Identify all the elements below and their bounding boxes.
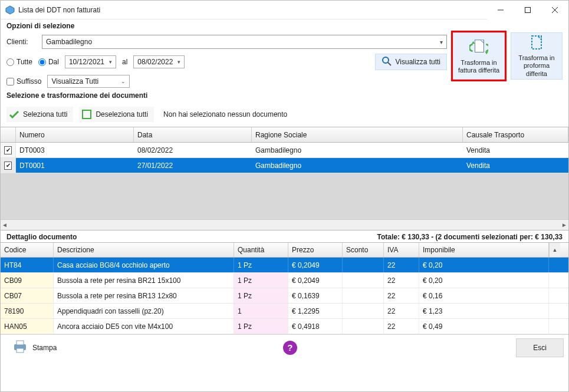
cell-quantita: 1 Pz — [234, 319, 288, 334]
cell-quantita: 1 Pz — [234, 273, 288, 288]
cell-codice: 78190 — [1, 304, 54, 318]
table-row[interactable]: ✔DT000308/02/2022GambadilegnoVendita — [1, 143, 568, 158]
col-descrizione[interactable]: Descrizione — [54, 243, 234, 257]
svg-rect-13 — [17, 341, 24, 345]
chevron-down-icon: ▾ — [177, 59, 180, 65]
cell-prezzo: € 0,4918 — [288, 319, 343, 334]
table-row[interactable]: HT84Casa acciaio BG8/4 occhiolo aperto1 … — [1, 258, 568, 273]
cell-imponibile: € 1,23 — [419, 304, 549, 318]
svg-rect-10 — [532, 36, 541, 49]
cell-numero: DT0003 — [16, 146, 134, 154]
cell-imponibile: € 0,49 — [419, 319, 549, 334]
svg-marker-9 — [485, 51, 488, 54]
check-all-icon — [9, 109, 19, 120]
maximize-button[interactable] — [514, 1, 541, 19]
cell-codice: CB07 — [1, 288, 54, 303]
cell-causale: Vendita — [463, 146, 568, 154]
cell-descrizione: Ancora acciaio DE5 con vite M4x100 — [54, 319, 234, 334]
cell-sconto — [343, 319, 384, 334]
cell-codice: CB09 — [1, 273, 54, 288]
date-from-input[interactable]: 10/12/2021▾ — [65, 55, 116, 68]
app-icon — [5, 5, 15, 15]
row-checkbox[interactable]: ✔ — [1, 158, 16, 173]
clienti-label: Clienti: — [6, 38, 36, 46]
cell-prezzo: € 0,2049 — [288, 258, 343, 272]
horizontal-scrollbar[interactable]: ◄► — [1, 219, 568, 230]
svg-rect-14 — [17, 348, 24, 353]
col-numero[interactable]: Numero — [16, 127, 134, 142]
titlebar: Lista dei DDT non fatturati — [1, 1, 568, 19]
detail-header: Dettaglio documento — [6, 233, 77, 241]
window-title: Lista dei DDT non fatturati — [18, 6, 487, 14]
selection-header: Selezione e trasformazione dei documenti — [6, 91, 563, 100]
close-button[interactable] — [541, 1, 568, 19]
table-row[interactable]: ✔DT000127/01/2022GambadilegnoVendita — [1, 158, 568, 173]
visualizza-tutti-button[interactable]: Visualizza tutti — [375, 54, 447, 70]
selection-status: Non hai selezionato nessun documento — [163, 110, 287, 118]
minimize-button[interactable] — [487, 1, 514, 19]
table-row[interactable]: HAN05Ancora acciaio DE5 con vite M4x1001… — [1, 319, 568, 334]
svg-rect-2 — [525, 7, 531, 12]
cell-descrizione: Bussola a rete per resina BR13 12x80 — [54, 288, 234, 303]
scroll-up-icon[interactable]: ▲ — [549, 243, 560, 257]
trasforma-proforma-button[interactable]: Trasforma in proforma differita — [511, 32, 563, 80]
trasforma-fattura-button[interactable]: Trasforma in fattura differita — [453, 32, 505, 80]
dal-radio[interactable]: Dal — [38, 58, 59, 66]
cell-quantita: 1 — [234, 304, 288, 318]
cell-prezzo: € 1,2295 — [288, 304, 343, 318]
cell-descrizione: Appendiquadri con tasselli (pz.20) — [54, 304, 234, 318]
select-all-button[interactable]: Seleziona tutti — [6, 107, 73, 122]
cell-codice: HT84 — [1, 258, 54, 272]
cell-sconto — [343, 273, 384, 288]
cell-iva: 22 — [384, 273, 419, 288]
esci-button[interactable]: Esci — [516, 338, 564, 357]
cell-descrizione: Bussola a rete per resina BR21 15x100 — [54, 273, 234, 288]
cell-iva: 22 — [384, 288, 419, 303]
cell-causale: Vendita — [463, 162, 568, 170]
row-checkbox[interactable]: ✔ — [1, 143, 16, 157]
suffisso-checkbox[interactable]: Suffisso — [6, 77, 41, 85]
svg-point-5 — [383, 57, 389, 63]
options-header: Opzioni di selezione — [6, 22, 563, 30]
cell-quantita: 1 Pz — [234, 258, 288, 272]
col-prezzo[interactable]: Prezzo — [288, 243, 343, 257]
date-to-input[interactable]: 08/02/2022▾ — [133, 55, 185, 68]
col-imponibile[interactable]: Imponibile — [419, 243, 549, 257]
clienti-combo[interactable]: Gambadilegno ▾ — [42, 35, 447, 49]
cell-data: 08/02/2022 — [134, 146, 252, 154]
col-ragione[interactable]: Ragione Sociale — [252, 127, 463, 142]
col-codice[interactable]: Codice — [1, 243, 54, 257]
col-iva[interactable]: IVA — [384, 243, 419, 257]
cell-data: 27/01/2022 — [134, 162, 252, 170]
cell-prezzo: € 0,1639 — [288, 288, 343, 303]
table-row[interactable]: 78190Appendiquadri con tasselli (pz.20)1… — [1, 304, 568, 319]
cell-imponibile: € 0,20 — [419, 258, 549, 272]
col-quantita[interactable]: Quantità — [234, 243, 288, 257]
cell-ragione: Gambadilegno — [252, 146, 463, 154]
col-sconto[interactable]: Sconto — [343, 243, 384, 257]
detail-total: Totale: € 130,33 - (2 documenti selezion… — [377, 233, 563, 241]
documents-grid-header: Numero Data Ragione Sociale Causale Tras… — [1, 127, 568, 143]
clienti-value: Gambadilegno — [46, 38, 92, 46]
svg-marker-8 — [472, 41, 475, 44]
help-button[interactable]: ? — [283, 341, 297, 355]
svg-line-6 — [388, 62, 391, 65]
suffisso-combo[interactable]: Visualizza Tutti⌄ — [47, 75, 130, 88]
chevron-down-icon: ▾ — [440, 39, 443, 45]
table-row[interactable]: CB07Bussola a rete per resina BR13 12x80… — [1, 288, 568, 304]
stampa-button[interactable]: Stampa — [5, 338, 64, 357]
cell-quantita: 1 Pz — [234, 288, 288, 303]
transform-invoice-icon — [469, 38, 488, 57]
table-row[interactable]: CB09Bussola a rete per resina BR21 15x10… — [1, 273, 568, 288]
search-icon — [381, 56, 392, 68]
cell-prezzo: € 0,2049 — [288, 273, 343, 288]
col-data[interactable]: Data — [134, 127, 252, 142]
col-causale[interactable]: Causale Trasporto — [463, 127, 568, 142]
cell-ragione: Gambadilegno — [252, 162, 463, 170]
al-label: al — [122, 58, 127, 66]
cell-numero: DT0001 — [16, 162, 134, 170]
deselect-all-button[interactable]: Deseleziona tutti — [79, 107, 154, 122]
cell-iva: 22 — [384, 304, 419, 318]
tutte-radio[interactable]: Tutte — [6, 58, 32, 66]
cell-imponibile: € 0,20 — [419, 273, 549, 288]
